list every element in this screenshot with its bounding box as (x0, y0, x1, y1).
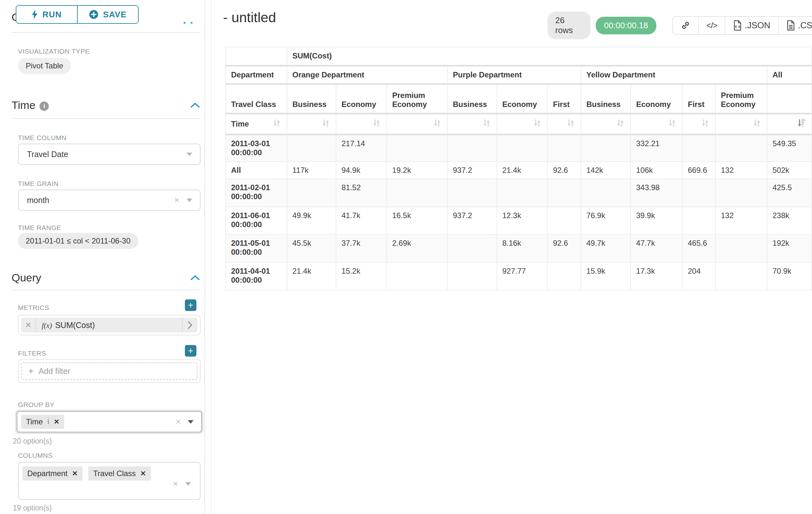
save-button[interactable]: SAVE (77, 6, 138, 23)
pivot-time-corner: Time (231, 119, 249, 129)
pivot-sort-cell (447, 113, 497, 134)
sort-icon[interactable] (432, 118, 442, 130)
pivot-value-cell (548, 207, 581, 235)
clear-icon[interactable]: × (176, 417, 181, 426)
pivot-value-cell: 132 (716, 207, 767, 235)
info-icon[interactable]: i (47, 417, 49, 426)
control-panel: Chart Type RUN SAVE VISUALIZATION TYPE P… (0, 0, 204, 514)
group-by-tag[interactable]: Time i ✕ (21, 415, 64, 429)
pivot-value-cell (387, 134, 447, 162)
columns-tag[interactable]: Travel Class ✕ (88, 466, 150, 481)
pivot-col-header: Business (287, 84, 336, 113)
columns-tag[interactable]: Department ✕ (23, 466, 83, 481)
sort-icon[interactable] (321, 118, 330, 130)
time-range-pill[interactable]: 2011-01-01 ≤ col < 2011-06-30 (18, 233, 138, 249)
pivot-value-cell: 41.7k (336, 207, 387, 235)
time-column-label: TIME COLUMN (18, 134, 66, 142)
pivot-value-cell: 47.7k (631, 235, 682, 263)
pivot-col-header: First (548, 84, 581, 113)
tag-label: Travel Class (93, 469, 136, 478)
pivot-value-cell: 76.9k (581, 207, 631, 235)
export-json-button[interactable]: .JSON (725, 17, 778, 34)
copy-link-button[interactable] (673, 17, 698, 34)
pivot-col-group-header: Orange Department (287, 65, 447, 84)
pivot-value-cell (387, 179, 447, 207)
save-button-label: SAVE (103, 10, 127, 20)
embed-code-button[interactable]: </> (698, 17, 725, 34)
chevron-up-icon[interactable] (190, 274, 201, 281)
pivot-row-header: 2011-02-01 00:00:00 (226, 179, 287, 207)
sort-icon[interactable] (566, 118, 576, 130)
pivot-value-cell: 37.7k (336, 235, 387, 263)
sort-icon[interactable] (752, 118, 762, 130)
pivot-value-cell (716, 134, 767, 162)
panel-splitter[interactable] (204, 0, 211, 514)
pivot-row-header: 2011-04-01 00:00:00 (226, 263, 287, 290)
add-filter-button[interactable]: + Add filter (21, 362, 197, 380)
pivot-value-cell: 45.5k (287, 235, 336, 263)
pivot-sort-cell (548, 113, 581, 134)
pivot-col-header: Business (447, 84, 497, 113)
pivot-value-cell (682, 179, 716, 207)
pivot-value-cell: 669.6 (682, 162, 716, 179)
sort-icon[interactable] (272, 118, 282, 130)
remove-tag-icon[interactable]: ✕ (140, 470, 146, 477)
table-row: All117k94.9k19.2k937.221.4k92.6142k106k6… (226, 162, 812, 179)
query-duration-badge: 00:00:00.18 (596, 17, 656, 34)
columns-select[interactable]: Department ✕ Travel Class ✕ × (18, 462, 201, 500)
group-by-select[interactable]: Time i ✕ × (17, 411, 202, 432)
pivot-col-group-header: Purple Department (447, 65, 581, 84)
caret-down-icon (188, 420, 194, 424)
divider (11, 290, 201, 290)
sort-icon[interactable] (616, 118, 625, 130)
chevron-up-icon[interactable] (190, 102, 201, 109)
metric-label: f(x)SUM(Cost) (36, 321, 182, 330)
pivot-value-cell (287, 134, 336, 162)
chart-area: - untitled 26 rows 00:00:00.18 </> (212, 0, 812, 514)
pivot-sort-cell (287, 113, 336, 134)
pivot-row-header: All (226, 162, 287, 179)
pivot-table-container: SUM(Cost)DepartmentOrange DepartmentPurp… (225, 47, 812, 290)
sort-icon[interactable] (532, 118, 542, 130)
caret-down-icon (185, 482, 191, 486)
pivot-col-header: First (682, 84, 716, 113)
panel-drag-handle[interactable] (183, 22, 193, 24)
sort-icon[interactable] (482, 118, 491, 130)
table-row: 2011-03-01 00:00:00217.14332.21549.35 (226, 134, 812, 162)
sort-icon[interactable] (667, 118, 677, 130)
pivot-value-cell (447, 263, 497, 290)
pivot-value-cell: 117k (287, 162, 336, 179)
clear-icon[interactable]: × (173, 479, 178, 488)
sort-desc-icon[interactable] (796, 118, 806, 130)
group-by-label: GROUP BY (18, 401, 55, 409)
remove-tag-icon[interactable]: ✕ (72, 470, 78, 477)
time-grain-label: TIME GRAIN (18, 180, 59, 188)
run-button[interactable]: RUN (17, 6, 77, 23)
remove-metric-icon[interactable]: ✕ (21, 318, 36, 332)
pivot-table: SUM(Cost)DepartmentOrange DepartmentPurp… (225, 47, 812, 290)
add-metric-button[interactable]: + (185, 299, 196, 311)
info-icon[interactable]: i (39, 102, 49, 111)
json-button-label: .JSON (745, 21, 770, 30)
filters-box: + Add filter (18, 359, 201, 383)
metric-pill[interactable]: ✕ f(x)SUM(Cost) (21, 318, 197, 332)
pivot-value-cell: 8.16k (497, 235, 548, 263)
export-button-group: </> .JSON .CSV (672, 16, 812, 35)
pivot-value-cell: 425.5 (767, 179, 812, 207)
pivot-value-cell (682, 134, 716, 162)
viz-type-pill[interactable]: Pivot Table (18, 58, 71, 74)
export-csv-button[interactable]: .CSV (778, 17, 812, 34)
remove-tag-icon[interactable]: ✕ (54, 418, 60, 426)
pivot-value-cell: 92.6 (548, 162, 581, 179)
time-column-select[interactable]: Travel Date (18, 143, 201, 165)
sort-icon[interactable] (700, 118, 710, 130)
clear-icon[interactable]: × (174, 196, 179, 205)
add-filter-plus-button[interactable]: + (185, 345, 196, 357)
pivot-corner-empty (226, 47, 287, 65)
sort-icon[interactable] (372, 118, 381, 130)
pivot-value-cell: 19.2k (387, 162, 447, 179)
pivot-value-cell (716, 179, 767, 207)
time-grain-select[interactable]: month × (18, 190, 201, 211)
chevron-right-icon[interactable] (182, 318, 197, 332)
chart-title[interactable]: - untitled (223, 10, 276, 25)
